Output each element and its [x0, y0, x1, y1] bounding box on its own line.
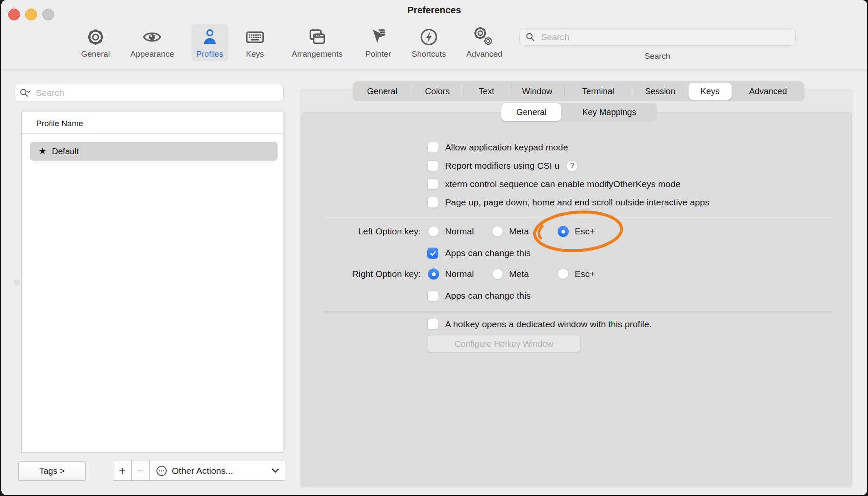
toolbar-search-input[interactable]: [540, 32, 790, 43]
radio-right-esc[interactable]: Esc+: [558, 268, 595, 280]
radio-left-esc[interactable]: Esc+: [558, 225, 595, 237]
search-menu-icon: [19, 87, 32, 98]
right-option-key-label: Right Option key:: [300, 268, 421, 280]
radio-left-normal[interactable]: Normal: [428, 225, 474, 237]
tab-window[interactable]: Window: [510, 81, 564, 101]
radio-button[interactable]: [492, 226, 503, 237]
eye-icon: [141, 25, 163, 49]
toolbar-item-general[interactable]: General: [76, 24, 115, 61]
checkbox-row-scroll-outside[interactable]: Page up, page down, home and end scroll …: [427, 196, 709, 208]
toolbar-item-label: Arrangements: [292, 49, 342, 59]
profile-search-input[interactable]: [35, 87, 279, 98]
search-icon: [525, 32, 536, 43]
tags-button[interactable]: Tags >: [18, 461, 86, 481]
toolbar-item-keys[interactable]: Keys: [238, 24, 272, 61]
checkbox-row-csi-u[interactable]: Report modifiers using CSI u ?: [427, 160, 578, 172]
toolbar-item-shortcuts[interactable]: Shortcuts: [407, 24, 451, 61]
section-divider: [324, 216, 833, 216]
checkbox[interactable]: [427, 197, 438, 208]
tab-session[interactable]: Session: [632, 81, 689, 101]
toolbar-item-label: Pointer: [365, 49, 391, 59]
lightning-icon: [419, 25, 439, 49]
star-icon: ★: [38, 146, 47, 157]
person-icon: [200, 25, 220, 49]
checkbox[interactable]: [427, 160, 438, 171]
keyboard-icon: [243, 25, 266, 49]
profile-actions-group: + − Other Actions...: [113, 461, 285, 481]
subtab-general[interactable]: General: [501, 103, 561, 121]
configure-hotkey-button[interactable]: Configure Hotkey Window: [428, 335, 580, 352]
profile-name: Default: [52, 147, 79, 156]
toolbar-search-label: Search: [519, 52, 796, 61]
other-actions-label: Other Actions...: [172, 466, 272, 476]
cursor-icon: [368, 25, 388, 49]
preferences-window: Preferences General Appearance: [1, 0, 867, 495]
toolbar-item-advanced[interactable]: Advanced: [461, 24, 508, 61]
tab-general[interactable]: General: [353, 81, 412, 101]
preferences-toolbar: General Appearance Profiles: [1, 24, 867, 63]
radio-button[interactable]: [492, 268, 503, 280]
tab-text[interactable]: Text: [463, 81, 510, 101]
toolbar-item-appearance[interactable]: Appearance: [125, 24, 179, 61]
checkbox[interactable]: [427, 179, 438, 190]
toolbar-item-arrangements[interactable]: Arrangements: [286, 24, 347, 61]
toolbar-search-field[interactable]: [519, 28, 796, 46]
checkbox-row-keypad-mode[interactable]: Allow application keypad mode: [427, 141, 568, 153]
toolbar-item-label: General: [81, 49, 110, 59]
radio-button[interactable]: [558, 226, 569, 237]
toolbar-item-label: Profiles: [196, 49, 223, 59]
screenshot: Preferences General Appearance: [0, 0, 868, 496]
gear-icon: [86, 25, 105, 49]
radio-right-normal[interactable]: Normal: [428, 268, 474, 280]
toolbar-item-label: Shortcuts: [412, 49, 446, 59]
plus-icon: +: [119, 464, 126, 478]
add-profile-button[interactable]: +: [113, 461, 132, 481]
profile-list-header-divider: [22, 133, 284, 134]
toolbar-item-label: Keys: [246, 49, 264, 59]
tab-advanced[interactable]: Advanced: [732, 81, 804, 101]
radio-button[interactable]: [428, 268, 439, 280]
circle-ellipsis-icon: [156, 465, 168, 477]
checkbox-row-modify-other-keys[interactable]: xterm control sequence can enable modify…: [427, 178, 680, 190]
radio-button[interactable]: [558, 268, 569, 280]
tab-terminal[interactable]: Terminal: [564, 81, 632, 101]
radio-right-meta[interactable]: Meta: [492, 268, 529, 280]
section-divider: [324, 311, 833, 311]
remove-profile-button[interactable]: −: [132, 461, 150, 481]
gears-icon: [474, 25, 495, 49]
profile-tab-bar: General Colors Text Window Terminal Sess…: [353, 81, 804, 101]
configure-hotkey-label: Configure Hotkey Window: [454, 339, 553, 349]
checkbox-row-hotkey-window[interactable]: A hotkey opens a dedicated window with t…: [427, 318, 651, 330]
minus-icon: −: [137, 464, 144, 478]
radio-button[interactable]: [428, 226, 439, 237]
profile-list: Profile Name ★ Default: [21, 112, 284, 453]
profile-list-column-header: Profile Name: [36, 118, 83, 129]
window-title: Preferences: [1, 5, 867, 16]
tab-keys[interactable]: Keys: [689, 83, 732, 100]
help-button[interactable]: ?: [566, 160, 578, 172]
toolbar-item-label: Advanced: [466, 49, 503, 59]
pane-splitter-handle[interactable]: [14, 279, 20, 285]
left-option-key-label: Left Option key:: [300, 225, 421, 237]
toolbar-item-pointer[interactable]: Pointer: [360, 24, 396, 61]
other-actions-button[interactable]: Other Actions...: [150, 461, 285, 481]
toolbar-item-label: Appearance: [130, 49, 174, 59]
profile-search-field[interactable]: [14, 84, 284, 101]
toolbar-divider: [1, 69, 867, 69]
profile-settings-panel: General Colors Text Window Terminal Sess…: [300, 89, 853, 488]
radio-left-meta[interactable]: Meta: [492, 225, 529, 237]
tags-button-label: Tags >: [39, 466, 64, 476]
subtab-key-mappings[interactable]: Key Mappings: [561, 103, 657, 121]
checkbox-row-left-apps-can-change[interactable]: Apps can change this: [427, 247, 531, 259]
keys-subtab-bar: General Key Mappings: [501, 103, 657, 121]
toolbar-item-profiles[interactable]: Profiles: [191, 24, 228, 61]
checkbox[interactable]: [427, 248, 438, 259]
checkbox[interactable]: [427, 142, 438, 153]
windows-icon: [307, 25, 328, 49]
checkbox[interactable]: [427, 319, 438, 330]
profile-row-default[interactable]: ★ Default: [30, 142, 278, 161]
checkbox-row-right-apps-can-change[interactable]: Apps can change this: [427, 290, 531, 302]
checkbox[interactable]: [427, 290, 438, 301]
chevron-down-icon: [272, 468, 279, 473]
tab-colors[interactable]: Colors: [412, 81, 463, 101]
